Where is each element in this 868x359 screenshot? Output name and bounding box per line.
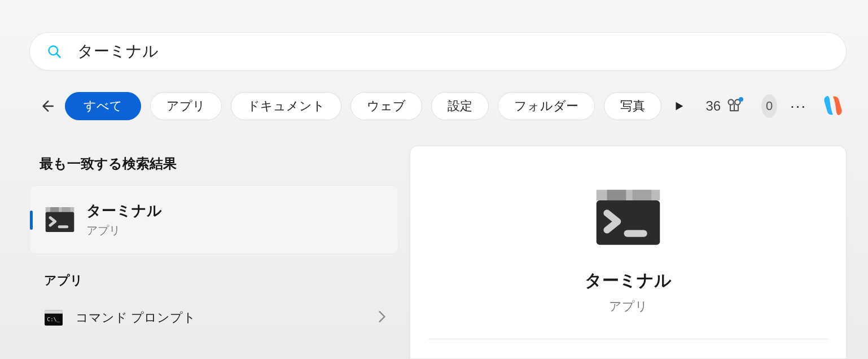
filter-all[interactable]: すべて bbox=[65, 92, 141, 120]
more-options-button[interactable]: ··· bbox=[790, 93, 807, 119]
rewards-icon bbox=[726, 98, 742, 114]
apps-heading: アプリ bbox=[44, 272, 398, 289]
svg-rect-10 bbox=[45, 310, 63, 313]
svg-rect-7 bbox=[46, 212, 74, 232]
filter-apps[interactable]: アプリ bbox=[150, 92, 222, 120]
cmd-icon: C:\_ bbox=[44, 308, 63, 327]
results-panel: 最も一致する検索結果 ターミナル アプリ アプリ C:\_ コマ bbox=[29, 147, 398, 336]
filter-documents[interactable]: ドキュメント bbox=[231, 92, 341, 120]
best-match-heading: 最も一致する検索結果 bbox=[40, 155, 398, 173]
details-panel: ターミナル アプリ bbox=[410, 146, 847, 359]
notifications-badge[interactable]: 0 bbox=[761, 94, 777, 118]
rewards-points-value: 36 bbox=[706, 98, 721, 114]
svg-rect-14 bbox=[633, 190, 652, 200]
filter-photos[interactable]: 写真 bbox=[604, 92, 661, 120]
chevron-right-icon bbox=[378, 310, 386, 325]
filter-row: すべて アプリ ドキュメント ウェブ 設定 フォルダー 写真 36 0 ··· bbox=[38, 91, 847, 121]
notifications-count: 0 bbox=[766, 99, 773, 113]
svg-rect-6 bbox=[62, 207, 70, 212]
details-subtitle: アプリ bbox=[609, 298, 648, 315]
ellipsis-icon: ··· bbox=[790, 97, 806, 115]
more-filters-button[interactable] bbox=[670, 93, 688, 119]
filter-web[interactable]: ウェブ bbox=[350, 92, 422, 120]
copilot-button[interactable] bbox=[819, 91, 847, 121]
copilot-icon bbox=[819, 92, 847, 121]
svg-point-2 bbox=[729, 99, 734, 104]
svg-text:C:\_: C:\_ bbox=[47, 316, 60, 322]
details-title: ターミナル bbox=[585, 269, 672, 292]
svg-rect-5 bbox=[50, 207, 59, 212]
best-match-subtitle: アプリ bbox=[86, 223, 162, 238]
search-icon bbox=[47, 44, 62, 59]
back-button[interactable] bbox=[38, 93, 56, 119]
terminal-icon bbox=[45, 204, 75, 235]
result-item-title: コマンド プロンプト bbox=[76, 309, 378, 326]
result-item-cmd[interactable]: C:\_ コマンド プロンプト bbox=[29, 299, 398, 336]
best-match-result[interactable]: ターミナル アプリ bbox=[29, 185, 398, 254]
svg-rect-16 bbox=[624, 230, 647, 237]
details-divider bbox=[428, 339, 828, 339]
filter-settings[interactable]: 設定 bbox=[431, 92, 489, 120]
svg-line-1 bbox=[57, 54, 60, 58]
filter-folders[interactable]: フォルダー bbox=[498, 92, 595, 120]
search-input[interactable] bbox=[62, 42, 829, 60]
svg-rect-13 bbox=[607, 190, 626, 200]
search-bar bbox=[29, 32, 847, 71]
rewards-points[interactable]: 36 bbox=[706, 98, 743, 114]
svg-rect-8 bbox=[58, 225, 69, 228]
best-match-title: ターミナル bbox=[86, 201, 162, 221]
svg-rect-15 bbox=[597, 200, 660, 245]
terminal-icon bbox=[594, 183, 662, 251]
